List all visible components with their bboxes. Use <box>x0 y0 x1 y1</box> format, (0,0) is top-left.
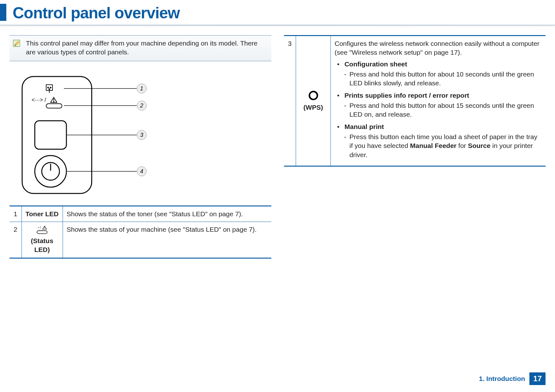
row-number: 3 <box>284 36 296 166</box>
table-row: 1 Toner LED Shows the status of the tone… <box>9 206 271 222</box>
row-description: Shows the status of your machine (see "S… <box>63 222 271 258</box>
note-pencil-icon <box>13 39 22 48</box>
wps-intro-text: Configures the wireless network connecti… <box>335 39 542 57</box>
status-led-icon: ↔/ <box>34 225 50 235</box>
list-item: Prints supplies info report / error repo… <box>337 91 542 119</box>
callout-3: 3 <box>140 132 143 138</box>
footer-chapter: 1. Introduction <box>479 375 525 383</box>
svg-point-12 <box>35 156 66 187</box>
svg-point-10 <box>53 101 54 102</box>
table-row: 3 (WPS) Configures the wireless network … <box>284 36 546 166</box>
svg-rect-11 <box>35 121 66 149</box>
wps-icon <box>308 90 319 101</box>
svg-text:<···> /: <···> / <box>32 97 46 103</box>
row-number: 1 <box>9 206 22 222</box>
info-note: This control panel may differ from your … <box>9 35 271 61</box>
left-reference-table: 1 Toner LED Shows the status of the tone… <box>9 205 271 259</box>
control-panel-diagram: <···> / <box>9 70 161 197</box>
row-label: ↔/ (Status LED) <box>22 222 63 258</box>
row-description: Configures the wireless network connecti… <box>331 36 546 166</box>
footer-page-number: 17 <box>529 372 546 385</box>
svg-point-5 <box>49 89 50 89</box>
header-accent-bar <box>0 4 6 21</box>
header-divider <box>0 25 555 26</box>
info-note-text: This control panel may differ from your … <box>26 39 266 57</box>
row-description: Shows the status of the toner (see "Stat… <box>63 206 271 222</box>
row-label: Toner LED <box>22 206 63 222</box>
callout-1: 1 <box>140 85 143 92</box>
page-footer: 1. Introduction 17 <box>479 372 546 385</box>
right-reference-table: 3 (WPS) Configures the wireless network … <box>284 35 546 167</box>
row-label: (WPS) <box>296 36 331 166</box>
page-title: Control panel overview <box>13 4 555 22</box>
svg-point-3 <box>48 87 49 88</box>
row-number: 2 <box>9 222 22 258</box>
svg-point-4 <box>50 87 51 88</box>
list-item: Configuration sheet -Press and hold this… <box>337 60 542 88</box>
callout-4: 4 <box>140 168 143 175</box>
svg-rect-7 <box>46 104 62 108</box>
table-row: 2 ↔/ (Status LED) Shows the status of yo… <box>9 222 271 258</box>
manual-print-desc: Press this button each time you load a s… <box>349 132 542 159</box>
svg-rect-25 <box>37 231 47 234</box>
svg-text:↔/: ↔/ <box>37 226 41 229</box>
list-item: Manual print -Press this button each tim… <box>337 122 542 159</box>
callout-2: 2 <box>140 102 143 109</box>
page-header: Control panel overview <box>0 0 555 26</box>
